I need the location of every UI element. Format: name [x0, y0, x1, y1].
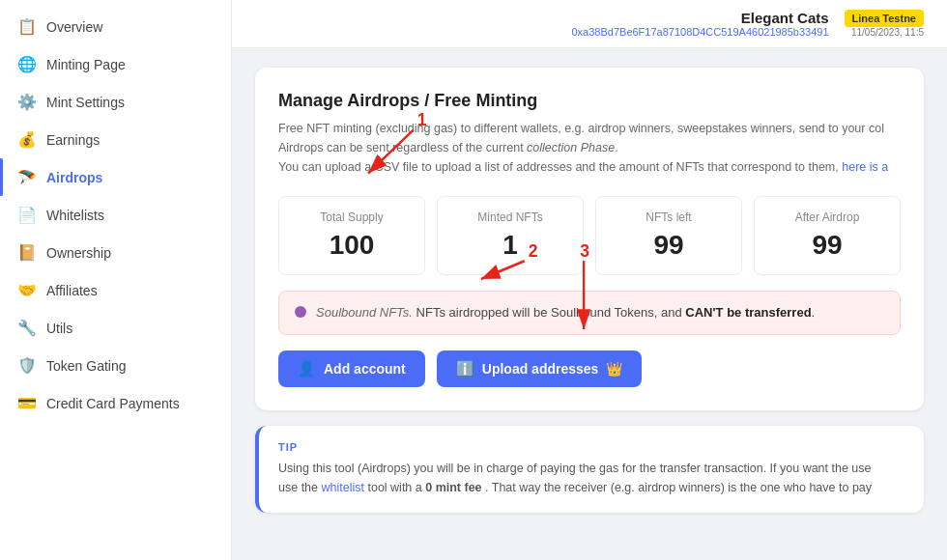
- sidebar-item-label: Ownership: [46, 245, 111, 261]
- sidebar-item-utils[interactable]: 🔧 Utils: [0, 309, 231, 347]
- sidebar-item-label: Airdrops: [46, 170, 102, 185]
- page-content: Manage Airdrops / Free Minting Free NFT …: [232, 48, 947, 532]
- airdrops-icon: 🪂: [17, 168, 37, 186]
- stat-value-minted: 1: [453, 230, 567, 261]
- soulbound-dot: [295, 306, 306, 318]
- stat-label-total-supply: Total Supply: [295, 210, 409, 224]
- utils-icon: 🔧: [17, 319, 37, 337]
- sidebar-item-ownership[interactable]: 📔 Ownership: [0, 234, 231, 271]
- stat-total-supply: Total Supply 100: [278, 196, 425, 275]
- sidebar-item-affiliates[interactable]: 🤝 Affiliates: [0, 271, 231, 309]
- network-date: 11/05/2023, 11:5: [845, 27, 924, 38]
- sidebar-item-label: Earnings: [46, 132, 100, 148]
- stat-value-total-supply: 100: [295, 230, 409, 261]
- crown-icon: 👑: [606, 361, 622, 377]
- sidebar-item-label: Minting Page: [46, 57, 126, 72]
- tip-card: TIP Using this tool (Airdrops) you will …: [255, 426, 924, 513]
- sidebar-item-label: Mint Settings: [46, 95, 125, 110]
- soulbound-notice: Soulbound NFTs. NFTs airdropped will be …: [278, 291, 901, 335]
- project-address[interactable]: 0xa38Bd7Be6F17a87108D4CC519A46021985b334…: [572, 26, 829, 38]
- airdrop-card: Manage Airdrops / Free Minting Free NFT …: [255, 68, 924, 410]
- stat-label-after: After Airdrop: [770, 210, 884, 224]
- whitelists-icon: 📄: [17, 206, 37, 224]
- sidebar: 📋 Overview 🌐 Minting Page ⚙️ Mint Settin…: [0, 0, 232, 560]
- sidebar-item-token-gating[interactable]: 🛡️ Token Gating: [0, 347, 231, 384]
- tip-label: TIP: [278, 441, 904, 453]
- project-info: Elegant Cats 0xa38Bd7Be6F17a87108D4CC519…: [572, 10, 829, 38]
- stat-value-after: 99: [770, 230, 884, 261]
- whitelist-link[interactable]: whitelist: [322, 481, 364, 494]
- sidebar-item-label: Credit Card Payments: [46, 396, 180, 411]
- add-account-icon: 👤: [298, 360, 316, 378]
- stat-label-minted: Minted NFTs: [453, 210, 567, 224]
- stat-value-left: 99: [612, 230, 726, 261]
- sidebar-item-mint-settings[interactable]: ⚙️ Mint Settings: [0, 83, 231, 121]
- sidebar-item-overview[interactable]: 📋 Overview: [0, 8, 231, 45]
- ownership-icon: 📔: [17, 243, 37, 262]
- sidebar-item-earnings[interactable]: 💰 Earnings: [0, 121, 231, 158]
- upload-icon: ℹ️: [456, 360, 474, 378]
- earnings-icon: 💰: [17, 130, 37, 149]
- stat-minted-nfts: Minted NFTs 1: [437, 196, 584, 275]
- mint-settings-icon: ⚙️: [17, 93, 37, 111]
- stat-label-left: NFTs left: [612, 210, 726, 224]
- header-bar: Elegant Cats 0xa38Bd7Be6F17a87108D4CC519…: [232, 0, 947, 48]
- stats-row: Total Supply 100 Minted NFTs 1 NFTs left…: [278, 196, 901, 275]
- soulbound-text: Soulbound NFTs. NFTs airdropped will be …: [316, 303, 815, 322]
- sidebar-item-whitelists[interactable]: 📄 Whitelists: [0, 196, 231, 234]
- csv-link[interactable]: here is a: [842, 160, 888, 174]
- overview-icon: 📋: [17, 17, 37, 36]
- stat-after-airdrop: After Airdrop 99: [754, 196, 901, 275]
- sidebar-item-label: Affiliates: [46, 283, 98, 298]
- sidebar-item-airdrops[interactable]: 🪂 Airdrops: [0, 158, 231, 196]
- credit-card-icon: 💳: [17, 394, 37, 412]
- sidebar-item-label: Whitelists: [46, 208, 104, 223]
- stat-nfts-left: NFTs left 99: [595, 196, 742, 275]
- token-gating-icon: 🛡️: [17, 356, 37, 375]
- add-account-button[interactable]: 👤 Add account: [278, 350, 425, 387]
- sidebar-item-label: Token Gating: [46, 358, 127, 374]
- card-description: Free NFT minting (excluding gas) to diff…: [278, 119, 901, 177]
- upload-addresses-button[interactable]: ℹ️ Upload addresses 👑: [437, 350, 643, 387]
- affiliates-icon: 🤝: [17, 281, 37, 299]
- tip-text: Using this tool (Airdrops) you will be i…: [278, 459, 904, 497]
- card-title: Manage Airdrops / Free Minting: [278, 91, 901, 111]
- sidebar-item-label: Overview: [46, 19, 102, 35]
- sidebar-item-minting-page[interactable]: 🌐 Minting Page: [0, 45, 231, 83]
- annotated-area: Manage Airdrops / Free Minting Free NFT …: [255, 68, 924, 410]
- minting-page-icon: 🌐: [17, 55, 37, 73]
- sidebar-item-label: Utils: [46, 321, 72, 336]
- network-badge: Linea Testne: [845, 10, 924, 27]
- project-name: Elegant Cats: [572, 10, 829, 26]
- button-row: 👤 Add account ℹ️ Upload addresses 👑: [278, 350, 901, 387]
- main-content: Elegant Cats 0xa38Bd7Be6F17a87108D4CC519…: [232, 0, 947, 560]
- sidebar-item-credit-card[interactable]: 💳 Credit Card Payments: [0, 384, 231, 422]
